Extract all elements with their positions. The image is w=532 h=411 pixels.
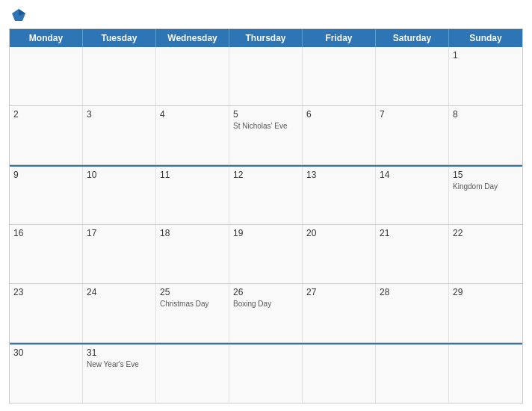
cell-day-number: 6: [306, 109, 371, 120]
calendar-cell: 8: [449, 106, 522, 164]
week-row-6: 3031New Year's Eve: [10, 343, 522, 403]
cell-event: New Year's Eve: [87, 359, 152, 369]
calendar-cell: 19: [229, 225, 303, 283]
cell-event: St Nicholas' Eve: [233, 121, 298, 131]
cell-day-number: 30: [13, 347, 78, 358]
day-header-monday: Monday: [10, 29, 83, 47]
calendar-cell: 28: [376, 284, 449, 342]
cell-day-number: 8: [453, 109, 519, 120]
week-row-3: 9101112131415Kingdom Day: [10, 165, 522, 226]
calendar-cell: 21: [376, 225, 449, 283]
calendar-cell: 6: [303, 106, 376, 164]
day-header-sunday: Sunday: [449, 29, 522, 47]
cell-day-number: 11: [160, 170, 225, 180]
cell-day-number: 19: [233, 228, 298, 238]
cell-day-number: 22: [453, 228, 519, 238]
cell-day-number: 9: [13, 170, 78, 180]
calendar-cell: [229, 344, 303, 403]
calendar-cell: 25Christmas Day: [156, 284, 229, 342]
calendar-cell: 27: [303, 284, 376, 342]
calendar-cell: 29: [449, 284, 522, 342]
calendar-page: MondayTuesdayWednesdayThursdayFridaySatu…: [0, 0, 532, 411]
cell-event: Boxing Day: [233, 299, 298, 309]
day-header-wednesday: Wednesday: [156, 29, 229, 47]
cell-day-number: 21: [380, 228, 445, 238]
calendar-cell: 18: [156, 225, 229, 283]
cell-day-number: 12: [233, 170, 298, 180]
cell-day-number: 5: [233, 109, 298, 120]
calendar-cell: 31New Year's Eve: [83, 344, 156, 403]
logo: [9, 7, 27, 24]
week-row-5: 232425Christmas Day26Boxing Day272829: [10, 284, 522, 343]
calendar-cell: 30: [10, 344, 83, 403]
calendar-cell: 3: [83, 106, 156, 164]
logo-flag-icon: [10, 7, 27, 24]
calendar-cell: 13: [303, 167, 376, 225]
week-row-1: 1: [10, 47, 522, 106]
calendar-cell: [156, 47, 229, 105]
cell-day-number: 2: [13, 109, 78, 120]
cell-day-number: 7: [380, 109, 445, 120]
cell-day-number: 27: [306, 287, 371, 297]
calendar-cell: [376, 344, 449, 403]
cell-day-number: 14: [380, 170, 445, 180]
calendar-cell: 11: [156, 167, 229, 225]
calendar-header: [9, 7, 523, 24]
calendar-cell: [376, 47, 449, 105]
cell-day-number: 23: [13, 287, 78, 297]
calendar-cell: [10, 47, 83, 105]
cell-day-number: 17: [87, 228, 152, 238]
calendar-cell: 7: [376, 106, 449, 164]
day-header-tuesday: Tuesday: [83, 29, 156, 47]
cell-day-number: 15: [453, 170, 519, 180]
calendar-cell: [449, 344, 522, 403]
calendar-cell: 14: [376, 167, 449, 225]
calendar-cell: [303, 344, 376, 403]
cell-event: Kingdom Day: [453, 182, 519, 191]
cell-day-number: 1: [453, 50, 519, 61]
cell-day-number: 24: [87, 287, 152, 297]
day-headers-row: MondayTuesdayWednesdayThursdayFridaySatu…: [10, 29, 522, 47]
calendar-cell: [83, 47, 156, 105]
calendar-cell: 23: [10, 284, 83, 342]
week-row-4: 16171819202122: [10, 225, 522, 284]
calendar-cell: [156, 344, 229, 403]
calendar-cell: 2: [10, 106, 83, 164]
calendar-cell: 26Boxing Day: [229, 284, 303, 342]
calendar-cell: 16: [10, 225, 83, 283]
weeks-container: 12345St Nicholas' Eve6789101112131415Kin…: [10, 47, 522, 403]
calendar-grid: MondayTuesdayWednesdayThursdayFridaySatu…: [9, 28, 523, 404]
calendar-cell: 9: [10, 167, 83, 225]
cell-day-number: 25: [160, 287, 225, 297]
calendar-cell: 20: [303, 225, 376, 283]
calendar-cell: 5St Nicholas' Eve: [229, 106, 303, 164]
cell-day-number: 13: [306, 170, 371, 180]
calendar-cell: 15Kingdom Day: [449, 167, 522, 225]
calendar-cell: 24: [83, 284, 156, 342]
calendar-cell: 1: [449, 47, 522, 105]
cell-day-number: 18: [160, 228, 225, 238]
day-header-friday: Friday: [303, 29, 376, 47]
cell-day-number: 26: [233, 287, 298, 297]
day-header-saturday: Saturday: [376, 29, 449, 47]
calendar-cell: 10: [83, 167, 156, 225]
calendar-cell: [229, 47, 303, 105]
cell-day-number: 29: [453, 287, 519, 297]
calendar-cell: 12: [229, 167, 303, 225]
cell-day-number: 3: [87, 109, 152, 120]
cell-day-number: 28: [380, 287, 445, 297]
cell-day-number: 10: [87, 170, 152, 180]
day-header-thursday: Thursday: [229, 29, 303, 47]
cell-day-number: 4: [160, 109, 225, 120]
calendar-cell: 4: [156, 106, 229, 164]
cell-event: Christmas Day: [160, 299, 225, 309]
week-row-2: 2345St Nicholas' Eve678: [10, 106, 522, 165]
calendar-cell: 22: [449, 225, 522, 283]
cell-day-number: 16: [13, 228, 78, 238]
cell-day-number: 20: [306, 228, 371, 238]
calendar-cell: 17: [83, 225, 156, 283]
calendar-cell: [303, 47, 376, 105]
cell-day-number: 31: [87, 347, 152, 358]
